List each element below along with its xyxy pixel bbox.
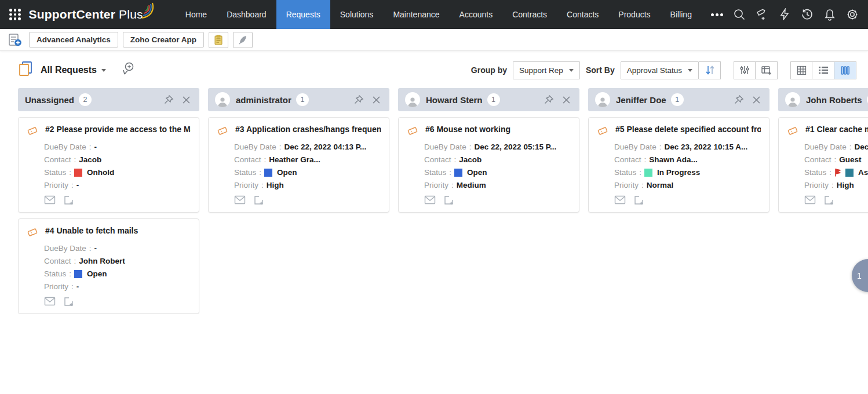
contact-value: Jacob: [459, 155, 482, 164]
nav-more-icon[interactable]: [702, 13, 732, 16]
ticket-icon: [27, 227, 38, 240]
status-row: Status: Ass...: [804, 168, 868, 177]
nav-item-home[interactable]: Home: [176, 0, 217, 29]
dueby-value: -: [94, 244, 97, 253]
history-icon[interactable]: [800, 8, 814, 21]
ticket-icon: [787, 126, 798, 138]
request-card[interactable]: #6 Mouse not working DueBy Date:Dec 22, …: [398, 117, 579, 213]
add-note-icon[interactable]: [444, 195, 454, 205]
status-value: Ass...: [858, 168, 868, 177]
request-card[interactable]: #5 Please delete specified account from …: [588, 117, 769, 213]
request-card[interactable]: #2 Please provide me access to the MSSQ.…: [18, 117, 199, 213]
dueby-value: Dec 23, 2022 10:15 A...: [665, 143, 748, 151]
reply-mail-icon[interactable]: [424, 195, 436, 205]
priority-value: High: [837, 181, 854, 189]
add-note-icon[interactable]: [254, 195, 264, 205]
kanban-board: Unassigned 2: [0, 86, 868, 314]
reply-mail-icon[interactable]: [44, 297, 56, 307]
contact-value: Guest: [839, 155, 861, 164]
app-grid-icon[interactable]: [9, 9, 21, 20]
search-icon[interactable]: [732, 8, 746, 21]
card-title: #3 Application crashes/hangs frequently: [235, 125, 381, 134]
column-count-badge: 2: [79, 93, 92, 106]
reply-mail-icon[interactable]: [614, 195, 626, 205]
flash-icon[interactable]: [778, 8, 792, 21]
nav-item-products[interactable]: Products: [608, 0, 660, 29]
pin-icon[interactable]: [352, 93, 365, 106]
tag-plus-icon[interactable]: [755, 8, 769, 21]
sort-direction-button[interactable]: [699, 61, 721, 79]
dueby-row: DueBy Date:Dec 22, 2022 04:13 P...: [234, 143, 381, 151]
reply-mail-icon[interactable]: [44, 195, 56, 205]
advanced-analytics-button[interactable]: Advanced Analytics: [29, 32, 118, 48]
add-report-icon[interactable]: [6, 32, 24, 48]
contact-value: Shawn Ada...: [649, 155, 698, 164]
kanban-view-icon[interactable]: [834, 61, 856, 79]
reply-mail-icon[interactable]: [804, 195, 816, 205]
nav-item-requests[interactable]: Requests: [276, 0, 330, 29]
close-icon[interactable]: [180, 93, 192, 106]
nav-item-solutions[interactable]: Solutions: [330, 0, 384, 29]
list-view-icon[interactable]: [812, 61, 834, 79]
dueby-label: DueBy Date: [614, 143, 657, 151]
close-icon[interactable]: [370, 93, 382, 106]
clipboard-icon[interactable]: [209, 32, 228, 48]
status-label: Status: [44, 269, 66, 278]
column-cards: #5 Please delete specified account from …: [588, 117, 769, 213]
column-title: Jeniffer Doe: [616, 95, 666, 105]
status-value: Open: [277, 168, 297, 177]
close-icon[interactable]: [750, 93, 763, 106]
priority-row: Priority:-: [44, 282, 191, 291]
feather-icon[interactable]: [233, 32, 253, 48]
column-filter-icon[interactable]: [734, 61, 756, 79]
pin-icon[interactable]: [542, 93, 555, 106]
request-card[interactable]: #3 Application crashes/hangs frequently …: [208, 117, 389, 213]
notifications-icon[interactable]: [823, 8, 837, 21]
reply-mail-icon[interactable]: [234, 195, 246, 205]
add-note-icon[interactable]: [64, 195, 74, 205]
nav-item-dashboard[interactable]: Dashboard: [217, 0, 276, 29]
status-swatch: [74, 270, 82, 278]
add-note-icon[interactable]: [824, 195, 834, 205]
dueby-row: DueBy Date:Dec 23, 2022 10:15 A...: [614, 143, 761, 151]
settings-icon[interactable]: [845, 8, 859, 21]
nav-item-maintenance[interactable]: Maintenance: [383, 0, 449, 29]
request-card[interactable]: #4 Unable to fetch mails DueBy Date:- Co…: [18, 218, 199, 314]
priority-row: Priority:-: [44, 181, 191, 189]
kanban-column-header: Howard Stern 1: [398, 88, 579, 111]
contact-value: Heather Gra...: [269, 155, 320, 164]
contact-row: Contact:John Robert: [44, 257, 191, 265]
group-by-select[interactable]: Support Rep: [513, 61, 580, 79]
add-column-icon[interactable]: [756, 61, 778, 79]
pin-icon[interactable]: [732, 93, 745, 106]
column-cards: #1 Clear cache me... DueBy Date:Dec 2...…: [778, 117, 868, 213]
sort-by-label: Sort By: [586, 65, 615, 75]
nav-item-contacts[interactable]: Contacts: [557, 0, 608, 29]
request-card[interactable]: #1 Clear cache me... DueBy Date:Dec 2...…: [778, 117, 868, 213]
status-value: Open: [87, 269, 107, 278]
contact-value: Jacob: [79, 155, 101, 164]
primary-nav: HomeDashboardRequestsSolutionsMaintenanc…: [176, 0, 702, 29]
nav-item-accounts[interactable]: Accounts: [450, 0, 503, 29]
zoho-creator-app-button[interactable]: Zoho Creator App: [123, 32, 204, 48]
dueby-row: DueBy Date:Dec 2...: [804, 143, 868, 151]
priority-label: Priority: [234, 181, 258, 189]
request-views-icon[interactable]: [17, 60, 34, 80]
kanban-column-header: John Roberts 1: [778, 88, 868, 111]
add-note-icon[interactable]: [634, 195, 644, 205]
grid-view-icon[interactable]: [790, 61, 812, 79]
priority-value: Medium: [457, 181, 486, 189]
app-logo: SupportCenterPlus: [29, 8, 156, 21]
nav-item-billing[interactable]: Billing: [661, 0, 702, 29]
close-icon[interactable]: [560, 93, 572, 106]
view-selector[interactable]: All Requests: [41, 65, 106, 75]
add-note-icon[interactable]: [64, 297, 74, 307]
ticket-icon: [597, 126, 608, 138]
sort-by-select[interactable]: Approval Status: [621, 61, 699, 79]
status-label: Status: [424, 168, 446, 177]
priority-value: -: [76, 181, 79, 189]
new-custom-view-icon[interactable]: [121, 61, 136, 79]
pin-icon[interactable]: [162, 93, 175, 106]
nav-item-contracts[interactable]: Contracts: [502, 0, 557, 29]
priority-value: High: [267, 181, 284, 189]
